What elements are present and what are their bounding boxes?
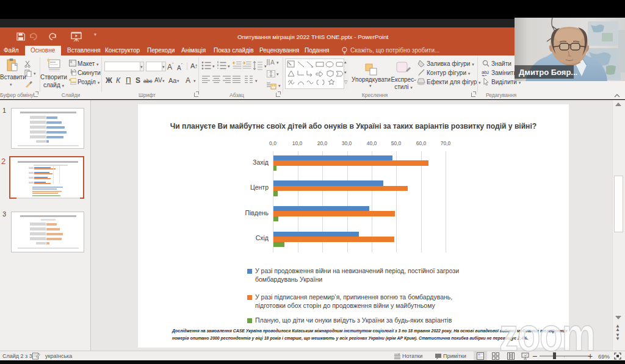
svg-text:Дмитро Бояр...: Дмитро Бояр... xyxy=(519,68,577,77)
svg-text:А: А xyxy=(270,59,275,66)
svg-text:ac: ac xyxy=(482,73,486,76)
